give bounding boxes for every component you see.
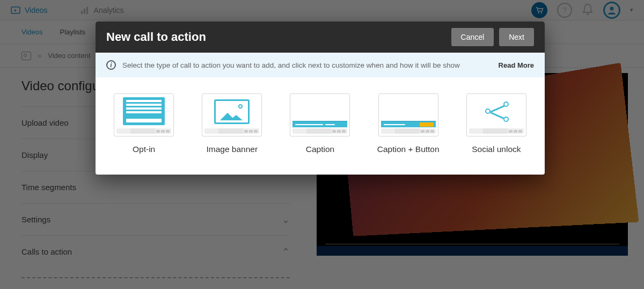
option-thumb bbox=[290, 93, 350, 136]
modal-header: New call to action Cancel Next bbox=[96, 21, 545, 53]
cancel-button[interactable]: Cancel bbox=[451, 28, 494, 46]
option-opt-in[interactable]: Opt-in bbox=[104, 93, 184, 155]
share-icon bbox=[485, 102, 509, 122]
modal-header-buttons: Cancel Next bbox=[451, 28, 534, 46]
modal-title: New call to action bbox=[106, 30, 206, 44]
option-image-banner[interactable]: Image banner bbox=[192, 93, 272, 155]
next-button[interactable]: Next bbox=[499, 28, 534, 46]
option-thumb bbox=[114, 93, 174, 136]
info-bar: i Select the type of call to action you … bbox=[96, 53, 545, 77]
option-caption-button[interactable]: Caption + Button bbox=[368, 93, 449, 155]
cta-options: Opt-in Image banner Caption Caption + Bu… bbox=[96, 77, 545, 175]
cta-modal: × New call to action Cancel Next i Selec… bbox=[96, 21, 545, 175]
read-more-link[interactable]: Read More bbox=[499, 61, 534, 69]
option-social-unlock[interactable]: Social unlock bbox=[456, 93, 537, 155]
option-label: Social unlock bbox=[456, 144, 537, 155]
option-thumb bbox=[466, 93, 526, 136]
option-thumb bbox=[378, 93, 438, 136]
info-text: Select the type of call to action you wa… bbox=[122, 61, 460, 69]
option-label: Opt-in bbox=[104, 144, 184, 155]
option-caption[interactable]: Caption bbox=[280, 93, 360, 155]
option-label: Image banner bbox=[192, 144, 272, 155]
option-label: Caption bbox=[280, 144, 360, 155]
option-label: Caption + Button bbox=[368, 144, 449, 155]
option-thumb bbox=[202, 93, 262, 136]
info-icon: i bbox=[106, 60, 116, 70]
